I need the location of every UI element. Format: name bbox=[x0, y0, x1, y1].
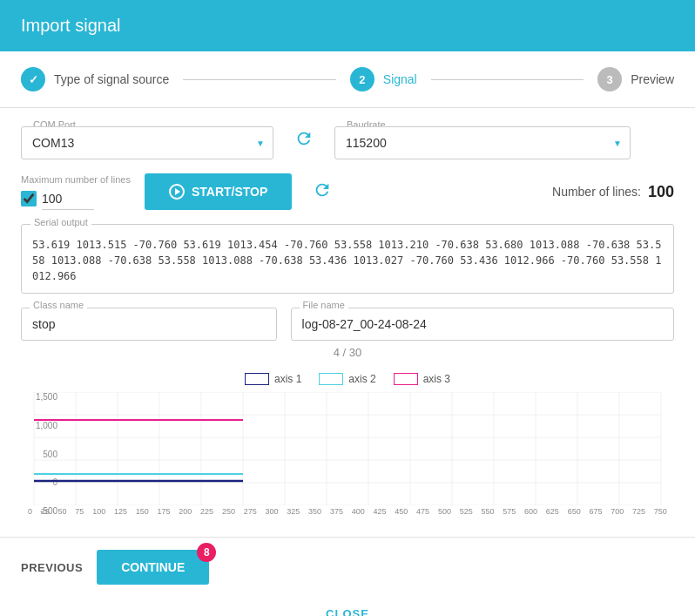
dialog-header: Import signal bbox=[0, 0, 695, 51]
com-port-select[interactable]: COM13 bbox=[21, 126, 273, 159]
legend-axis1-line bbox=[245, 373, 269, 385]
legend-axis2-label: axis 2 bbox=[348, 373, 375, 385]
class-name-label: Class name bbox=[30, 300, 87, 310]
serial-output-box: Serial output 53.619 1013.515 -70.760 53… bbox=[21, 224, 674, 294]
step-2: 2 Signal bbox=[350, 67, 417, 91]
num-lines-value: 100 bbox=[648, 183, 674, 201]
chart-legend: axis 1 axis 2 axis 3 bbox=[28, 373, 667, 385]
legend-axis3-label: axis 3 bbox=[423, 373, 450, 385]
legend-axis1-label: axis 1 bbox=[274, 373, 301, 385]
file-name-label: File name bbox=[300, 300, 348, 310]
max-lines-checkbox[interactable] bbox=[21, 191, 37, 206]
step-1-circle: ✓ bbox=[21, 67, 45, 91]
baudrate-group: Baudrate 115200 bbox=[334, 126, 631, 159]
play-icon bbox=[169, 184, 185, 200]
file-name-input[interactable] bbox=[291, 308, 674, 341]
refresh-serial-button[interactable] bbox=[306, 177, 339, 207]
step-2-circle: 2 bbox=[350, 67, 374, 91]
file-name-group: File name bbox=[291, 308, 674, 341]
com-port-group: COM Port COM13 bbox=[21, 126, 273, 159]
content-area: COM Port COM13 Baudrate 115200 bbox=[0, 108, 695, 537]
chart-area: axis 1 axis 2 axis 3 1,500 1,000 500 bbox=[21, 366, 674, 519]
com-port-select-wrapper: COM13 bbox=[21, 126, 273, 159]
baudrate-select-wrapper: 115200 bbox=[334, 126, 631, 159]
baudrate-select[interactable]: 115200 bbox=[334, 126, 631, 159]
import-signal-dialog: Import signal ✓ Type of signal source 2 … bbox=[0, 0, 695, 616]
step-1: ✓ Type of signal source bbox=[21, 67, 169, 91]
legend-axis3: axis 3 bbox=[394, 373, 450, 385]
stepper: ✓ Type of signal source 2 Signal 3 Previ… bbox=[0, 51, 695, 108]
legend-axis2: axis 2 bbox=[319, 373, 375, 385]
previous-button[interactable]: PREVIOUS bbox=[21, 554, 83, 581]
step-3: 3 Preview bbox=[597, 67, 674, 91]
step-1-check: ✓ bbox=[29, 73, 38, 86]
class-name-input[interactable] bbox=[21, 308, 277, 341]
refresh-serial-icon bbox=[313, 180, 332, 200]
step-3-number: 3 bbox=[607, 73, 613, 86]
start-stop-button[interactable]: START/STOP bbox=[145, 173, 292, 210]
legend-axis2-line bbox=[319, 373, 343, 385]
checkbox-row bbox=[21, 188, 131, 210]
max-lines-input[interactable] bbox=[42, 188, 94, 210]
step-2-label: Signal bbox=[383, 72, 417, 86]
chart-svg bbox=[28, 392, 667, 505]
serial-output-text[interactable]: 53.619 1013.515 -70.760 53.619 1013.454 … bbox=[22, 225, 673, 293]
max-lines-group: Maximum number of lines bbox=[21, 174, 131, 210]
badge: 8 bbox=[197, 543, 216, 562]
max-lines-label: Maximum number of lines bbox=[21, 174, 131, 185]
step-3-label: Preview bbox=[631, 72, 674, 86]
step-line-2 bbox=[431, 79, 584, 80]
port-baud-row: COM Port COM13 Baudrate 115200 bbox=[21, 125, 674, 159]
continue-wrapper: CONTINUE 8 bbox=[97, 550, 209, 585]
footer: PREVIOUS CONTINUE 8 bbox=[0, 537, 695, 597]
refresh-button[interactable] bbox=[287, 125, 321, 156]
legend-axis1: axis 1 bbox=[245, 373, 301, 385]
legend-axis3-line bbox=[394, 373, 418, 385]
x-axis-labels: 0 25 50 75 100 125 150 175 200 225 250 2… bbox=[28, 507, 667, 516]
fields-row: Class name File name bbox=[21, 308, 674, 341]
continue-button[interactable]: CONTINUE bbox=[97, 550, 209, 585]
refresh-icon bbox=[294, 129, 314, 148]
start-stop-label: START/STOP bbox=[192, 185, 267, 199]
step-2-number: 2 bbox=[359, 73, 365, 86]
step-line-1 bbox=[183, 79, 336, 80]
chart-svg-wrapper: 0 25 50 75 100 125 150 175 200 225 250 2… bbox=[28, 392, 667, 516]
close-button[interactable]: CLOSE bbox=[0, 597, 695, 616]
step-3-circle: 3 bbox=[597, 67, 622, 91]
serial-output-label: Serial output bbox=[30, 217, 91, 227]
dialog-title: Import signal bbox=[21, 16, 121, 35]
chart-container: 1,500 1,000 500 0 -500 bbox=[28, 392, 667, 516]
num-lines-label: Number of lines: bbox=[552, 185, 641, 199]
step-1-label: Type of signal source bbox=[54, 72, 169, 86]
record-count: 4 / 30 bbox=[21, 346, 674, 359]
class-name-group: Class name bbox=[21, 308, 277, 341]
num-lines-display: Number of lines: 100 bbox=[552, 183, 674, 201]
controls-row: Maximum number of lines START/STOP Numbe… bbox=[21, 173, 674, 210]
